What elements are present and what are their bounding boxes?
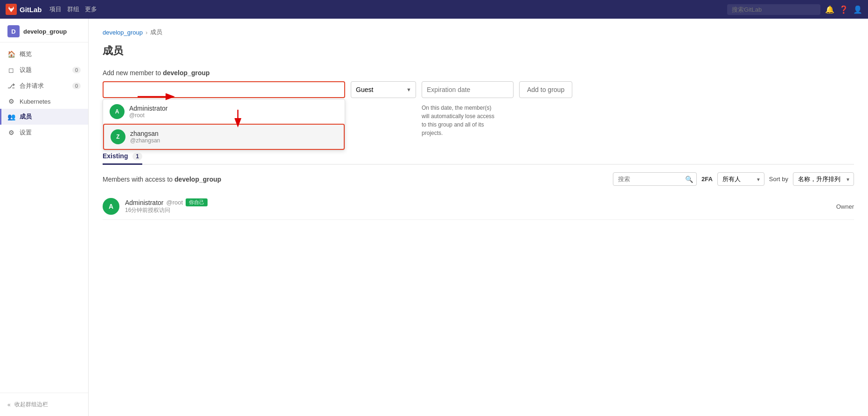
sidebar-item-label: 议题 (20, 66, 32, 74)
add-member-label-text: Add new member to (103, 69, 161, 77)
merge-badge: 0 (72, 83, 81, 89)
sidebar-item-label: 设置 (20, 128, 32, 137)
filter-select[interactable]: 所有人 Owner Maintainer Developer Reporter … (717, 172, 764, 186)
sidebar-item-overview[interactable]: 🏠 概览 (0, 46, 88, 62)
tab-existing-count: 1 (132, 153, 142, 160)
members-bar-text: Members with access to develop_group (103, 176, 608, 183)
breadcrumb-group-link[interactable]: develop_group (103, 29, 143, 36)
gitlab-logo-icon (6, 4, 17, 15)
expiry-date-input[interactable] (422, 81, 514, 98)
sort-select[interactable]: 名称，升序排列 名称，降序排列 最近加入 最早加入 (793, 172, 854, 186)
sidebar-item-label: 合并请求 (20, 82, 44, 90)
dropdown-item-administrator[interactable]: A Administrator @root (103, 99, 345, 124)
member-search-input[interactable] (103, 81, 345, 98)
help-icon[interactable]: ❓ (839, 5, 848, 14)
sidebar-item-label: Kubernetes (20, 98, 51, 105)
add-member-form: A Administrator @root Z zhangsan @zhangs… (103, 81, 854, 98)
avatar-administrator: A (110, 104, 125, 119)
bell-icon[interactable]: 🔔 (825, 5, 834, 14)
expiry-note: On this date, the member(s) will automat… (422, 104, 496, 137)
sort-select-wrap: 名称，升序排列 名称，降序排列 最近加入 最早加入 ▼ (793, 172, 854, 186)
user-info-administrator: Administrator @root (129, 105, 167, 119)
search-icon-btn[interactable]: 🔍 (685, 176, 693, 183)
member-time-admin: 16分钟前授权访问 (125, 206, 208, 214)
breadcrumb: develop_group › 成员 (103, 28, 854, 36)
members-bar: Members with access to develop_group 🔍 2… (103, 172, 854, 186)
kubernetes-icon: ⚙ (7, 98, 15, 105)
sidebar: D develop_group 🏠 概览 ◻ 议题 0 ⎇ 合并请求 0 ⚙ K… (0, 19, 89, 416)
collapse-label: 收起群组边栏 (14, 401, 48, 409)
sidebar-nav: 🏠 概览 ◻ 议题 0 ⎇ 合并请求 0 ⚙ Kubernetes 👥 成员 (0, 42, 88, 393)
members-icon: 👥 (7, 113, 15, 120)
member-avatar-admin: A (103, 198, 119, 215)
member-search-wrap: 🔍 (613, 172, 697, 186)
expiry-note-wrapper: On this date, the member(s) will automat… (422, 101, 496, 137)
collapse-icon: « (7, 402, 11, 408)
role-select[interactable]: Guest Reporter Developer Maintainer Owne… (351, 81, 416, 98)
filter-select-wrap: 所有人 Owner Maintainer Developer Reporter … (717, 172, 764, 186)
breadcrumb-page: 成员 (150, 28, 162, 36)
sidebar-item-label: 成员 (20, 113, 32, 121)
sidebar-item-label: 概览 (20, 50, 32, 58)
tabs: Existing 1 (103, 148, 854, 165)
sort-label: Sort by (769, 176, 788, 183)
logo[interactable]: GitLab (6, 4, 42, 15)
member-display-name: Administrator (125, 199, 163, 206)
sidebar-item-members[interactable]: 👥 成员 (0, 109, 88, 125)
members-bar-group-name: develop_group (174, 176, 221, 183)
add-member-section: Add new member to develop_group A Admini… (103, 69, 854, 137)
member-handle-admin: @root (166, 199, 183, 206)
tab-existing-label: Existing (103, 152, 128, 160)
topnav-nav: 项目 群组 更多 (49, 5, 97, 14)
sidebar-bottom: « 收起群组边栏 (0, 393, 88, 416)
issues-icon: ◻ (7, 66, 15, 74)
members-bar-text-label: Members with access to (103, 176, 173, 183)
dropdown-item-zhangsan[interactable]: Z zhangsan @zhangsan (103, 124, 345, 150)
user-name-administrator: Administrator (129, 105, 167, 112)
role-note-spacer (351, 101, 416, 137)
logo-text: GitLab (20, 6, 42, 14)
add-to-group-button[interactable]: Add to group (519, 81, 572, 98)
sidebar-item-merge[interactable]: ⎇ 合并请求 0 (0, 78, 88, 94)
avatar-zhangsan: Z (111, 129, 125, 144)
existing-section: Existing 1 Members with access to develo… (103, 148, 854, 220)
group-avatar: D (7, 25, 20, 37)
topnav-right: 🔔 ❓ 👤 (727, 4, 862, 15)
collapse-sidebar[interactable]: « 收起群组边栏 (7, 399, 81, 410)
main-content: develop_group › 成员 成员 Add new member to … (89, 19, 868, 416)
member-info-admin: Administrator @root 你自己 16分钟前授权访问 (125, 198, 208, 214)
member-filter-input[interactable] (613, 172, 697, 186)
nav-projects[interactable]: 项目 (49, 5, 62, 14)
tab-existing[interactable]: Existing 1 (103, 148, 142, 165)
user-icon[interactable]: 👤 (853, 5, 862, 14)
home-icon: 🏠 (7, 50, 15, 58)
main-layout: D develop_group 🏠 概览 ◻ 议题 0 ⎇ 合并请求 0 ⚙ K… (0, 19, 868, 416)
twofa-label: 2FA (701, 176, 713, 183)
you-badge: 你自己 (186, 198, 208, 206)
topnav: GitLab 项目 群组 更多 🔔 ❓ 👤 (0, 0, 868, 19)
nav-groups[interactable]: 群组 (67, 5, 79, 14)
nav-more[interactable]: 更多 (85, 5, 97, 14)
global-search-input[interactable] (727, 4, 820, 15)
user-handle-zhangsan: @zhangsan (130, 137, 160, 144)
member-input-wrapper: A Administrator @root Z zhangsan @zhangs… (103, 81, 345, 98)
member-role-admin: Owner (836, 203, 854, 210)
sidebar-item-settings[interactable]: ⚙ 设置 (0, 125, 88, 141)
page-title: 成员 (103, 44, 854, 58)
sidebar-item-issues[interactable]: ◻ 议题 0 (0, 62, 88, 78)
user-name-zhangsan: zhangsan (130, 130, 160, 137)
issues-badge: 0 (72, 67, 81, 73)
sidebar-group-header: D develop_group (0, 19, 88, 42)
member-name-admin: Administrator @root 你自己 (125, 198, 208, 206)
merge-icon: ⎇ (7, 82, 15, 90)
group-name: develop_group (23, 28, 67, 35)
breadcrumb-separator: › (146, 29, 147, 36)
add-member-group-name: develop_group (163, 69, 209, 77)
role-select-wrapper: Guest Reporter Developer Maintainer Owne… (351, 81, 416, 98)
settings-icon: ⚙ (7, 129, 15, 136)
add-member-label: Add new member to develop_group (103, 69, 854, 77)
sidebar-item-kubernetes[interactable]: ⚙ Kubernetes (0, 94, 88, 109)
member-dropdown: A Administrator @root Z zhangsan @zhangs… (103, 99, 345, 150)
user-handle-administrator: @root (129, 112, 167, 119)
user-info-zhangsan: zhangsan @zhangsan (130, 130, 160, 144)
